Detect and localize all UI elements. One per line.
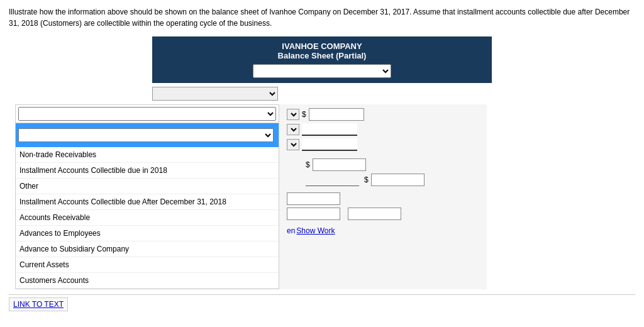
right-select-1[interactable] (287, 109, 299, 120)
list-item[interactable]: Installment Accounts Collectible due in … (16, 163, 279, 179)
show-work-link[interactable]: Show Work (296, 226, 335, 235)
amount-input-7[interactable] (287, 192, 340, 205)
amount-input-4[interactable] (313, 158, 366, 171)
amount-input-6[interactable] (371, 174, 425, 186)
dollar-sign-1: $ (302, 110, 306, 119)
list-item[interactable]: Installment Accounts Collectible due Aft… (16, 194, 279, 210)
right-select-2[interactable] (287, 124, 299, 135)
dollar-sign-2: $ (306, 160, 310, 169)
header-dropdown[interactable] (253, 64, 391, 78)
company-header: IVANHOE COMPANY Balance Sheet (Partial) (152, 36, 492, 83)
list-item[interactable]: Accounts Receivable (16, 210, 279, 226)
list-item[interactable]: Non-trade Receivables (16, 147, 279, 163)
balance-sheet-title: Balance Sheet (Partial) (158, 51, 486, 60)
open-text: en (287, 226, 295, 235)
top-section-select[interactable] (152, 87, 278, 101)
amount-input-9[interactable] (348, 208, 401, 220)
dollar-sign-3: $ (364, 175, 369, 184)
link-to-text[interactable]: LINK TO TEXT (9, 297, 68, 311)
right-select-3[interactable] (287, 139, 299, 150)
amount-input-5[interactable] (306, 174, 359, 186)
company-name: IVANHOE COMPANY (158, 42, 486, 51)
amount-input-8[interactable] (287, 208, 340, 220)
amount-input-1[interactable] (309, 108, 364, 121)
right-panel: $ $ (279, 104, 487, 289)
left-panel: Non-trade Receivables Installment Accoun… (15, 104, 279, 289)
highlighted-select-row (16, 123, 279, 147)
left-top-select[interactable] (18, 107, 276, 121)
left-dropdown-row (16, 105, 279, 123)
highlighted-select[interactable] (18, 128, 274, 142)
list-item[interactable]: Other (16, 179, 279, 194)
list-item[interactable]: Customers Accounts (16, 273, 279, 289)
list-item[interactable]: Advances to Employees (16, 226, 279, 241)
list-item[interactable]: Advance to Subsidiary Company (16, 241, 279, 257)
bottom-bar: LINK TO TEXT (9, 294, 635, 311)
amount-input-2[interactable] (302, 123, 357, 136)
amount-input-3[interactable] (302, 138, 357, 151)
instruction-text: Illustrate how the information above sho… (9, 6, 635, 29)
list-item[interactable]: Current Assets (16, 257, 279, 273)
